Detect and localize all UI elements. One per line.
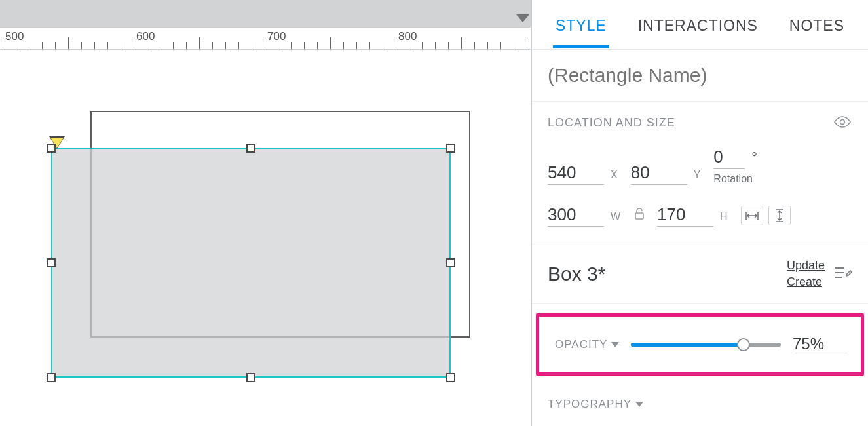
opacity-value-input[interactable]: [793, 334, 845, 355]
resize-handle[interactable]: [246, 144, 255, 153]
autofit-height-icon[interactable]: [768, 206, 791, 225]
selected-rect[interactable]: [51, 148, 451, 378]
h-label: H: [720, 211, 729, 227]
svg-rect-1: [635, 213, 643, 219]
widget-name-row: [532, 50, 868, 102]
typography-label: TYPOGRAPHY: [548, 398, 632, 411]
dropdown-icon[interactable]: [516, 14, 529, 22]
resize-handle[interactable]: [446, 144, 455, 153]
resize-handle[interactable]: [446, 373, 455, 382]
location-size-section: LOCATION AND SIZE X Y ° Rotation: [532, 102, 868, 244]
typography-section: TYPOGRAPHY: [532, 385, 868, 424]
ruler-horizontal[interactable]: 500 600 700 800: [0, 28, 531, 50]
rotation-input[interactable]: [713, 145, 745, 169]
x-label: X: [611, 169, 619, 185]
canvas-area[interactable]: [0, 50, 531, 426]
lock-aspect-icon[interactable]: [633, 207, 645, 227]
resize-handle[interactable]: [47, 258, 56, 267]
visibility-icon[interactable]: [834, 116, 851, 130]
height-input[interactable]: [657, 203, 713, 227]
resize-handle[interactable]: [47, 373, 56, 382]
expand-icon[interactable]: [635, 402, 643, 407]
w-label: W: [611, 211, 622, 227]
x-input[interactable]: [548, 161, 604, 185]
y-input[interactable]: [631, 161, 687, 185]
widget-name-input[interactable]: [548, 64, 852, 87]
inspector-panel: STYLE INTERACTIONS NOTES LOCATION AND SI…: [532, 0, 868, 426]
resize-handle[interactable]: [47, 144, 56, 153]
create-style-link[interactable]: Create: [787, 275, 822, 289]
opacity-section: OPACITY: [536, 313, 864, 376]
opacity-slider[interactable]: [631, 338, 781, 351]
canvas-pane: 500 600 700 800: [0, 0, 531, 426]
rotation-label: Rotation: [713, 173, 753, 185]
inspector-tabs: STYLE INTERACTIONS NOTES: [532, 0, 868, 50]
widget-style-section: Box 3* Update Create: [532, 244, 868, 304]
expand-icon[interactable]: [611, 342, 619, 347]
resize-handle[interactable]: [246, 373, 255, 382]
ruler-mark: 800: [398, 30, 417, 43]
update-style-link[interactable]: Update: [787, 259, 825, 273]
title-bar: [0, 0, 531, 28]
degree-icon: °: [751, 149, 757, 169]
tab-interactions[interactable]: INTERACTIONS: [635, 1, 761, 48]
svg-point-0: [840, 120, 845, 125]
tab-style[interactable]: STYLE: [553, 1, 609, 48]
resize-handle[interactable]: [446, 258, 455, 267]
y-label: Y: [694, 169, 702, 185]
edit-style-icon[interactable]: [834, 265, 852, 283]
opacity-label: OPACITY: [555, 338, 607, 351]
tab-notes[interactable]: NOTES: [787, 1, 847, 48]
widget-style-name[interactable]: Box 3*: [548, 263, 605, 285]
ruler-mark: 500: [5, 30, 24, 43]
autofit-width-icon[interactable]: [741, 206, 763, 225]
width-input[interactable]: [548, 203, 604, 227]
ruler-mark: 600: [136, 30, 155, 43]
location-size-label: LOCATION AND SIZE: [548, 116, 852, 130]
ruler-mark: 700: [267, 30, 286, 43]
